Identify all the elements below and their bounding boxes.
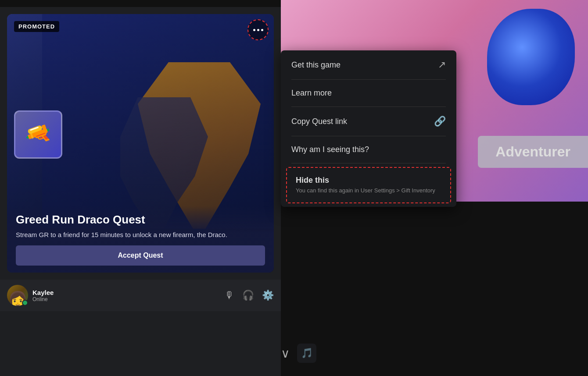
music-button[interactable]: 🎵 — [297, 344, 316, 363]
promoted-badge: PROMOTED — [14, 21, 59, 32]
microphone-icon[interactable]: 🎙 — [225, 290, 234, 301]
quest-card: PROMOTED 🔫 Greed Run Draco Quest Stream … — [7, 14, 274, 273]
game-icon: 🔫 — [14, 110, 62, 159]
menu-item-learn-more[interactable]: Learn more — [281, 80, 456, 106]
accept-quest-button[interactable]: Accept Quest — [16, 245, 265, 266]
menu-item-copy-link[interactable]: Copy Quest link 🔗 — [281, 107, 456, 136]
status-indicator — [22, 300, 28, 306]
bottom-controls: ∨ 🎵 — [281, 344, 316, 363]
hide-section[interactable]: Hide this You can find this again in Use… — [286, 167, 451, 203]
get-game-label: Get this game — [291, 60, 341, 70]
user-info: Kaylee Online — [32, 289, 220, 302]
dots-icon — [253, 29, 263, 31]
quest-description: Stream GR to a friend for 15 minutes to … — [16, 230, 265, 239]
hide-title: Hide this — [287, 170, 450, 187]
user-bar: 👩 Kaylee Online 🎙 🎧 ⚙️ — [0, 280, 281, 311]
why-seeing-label: Why am I seeing this? — [291, 145, 369, 154]
menu-item-get-game[interactable]: Get this game ↗ — [281, 50, 456, 79]
avatar-wrap: 👩 — [7, 285, 28, 306]
quest-info: Greed Run Draco Quest Stream GR to a fri… — [7, 206, 274, 273]
settings-icon[interactable]: ⚙️ — [262, 290, 274, 301]
menu-separator-4 — [291, 163, 446, 163]
blue-orb-decoration — [487, 9, 575, 105]
external-link-icon: ↗ — [438, 59, 446, 71]
more-options-button[interactable] — [247, 19, 269, 40]
headphones-icon[interactable]: 🎧 — [242, 290, 254, 301]
top-strip — [0, 0, 281, 7]
quest-title: Greed Run Draco Quest — [16, 213, 265, 227]
adventurer-tag: Adventurer — [478, 136, 588, 168]
link-icon: 🔗 — [434, 116, 446, 127]
user-name: Kaylee — [32, 289, 220, 296]
left-panel: PROMOTED 🔫 Greed Run Draco Quest Stream … — [0, 0, 281, 376]
learn-more-label: Learn more — [291, 89, 332, 98]
chevron-down-icon[interactable]: ∨ — [281, 346, 290, 361]
hide-description: You can find this again in User Settings… — [287, 187, 450, 201]
menu-item-why-seeing[interactable]: Why am I seeing this? — [281, 136, 456, 163]
music-note-icon: 🎵 — [301, 348, 313, 359]
user-controls: 🎙 🎧 ⚙️ — [225, 290, 274, 301]
copy-link-label: Copy Quest link — [291, 117, 347, 126]
right-dark-area — [281, 202, 588, 376]
context-menu: Get this game ↗ Learn more Copy Quest li… — [281, 50, 456, 207]
user-status: Online — [32, 296, 220, 302]
gun-icon: 🔫 — [22, 118, 55, 150]
